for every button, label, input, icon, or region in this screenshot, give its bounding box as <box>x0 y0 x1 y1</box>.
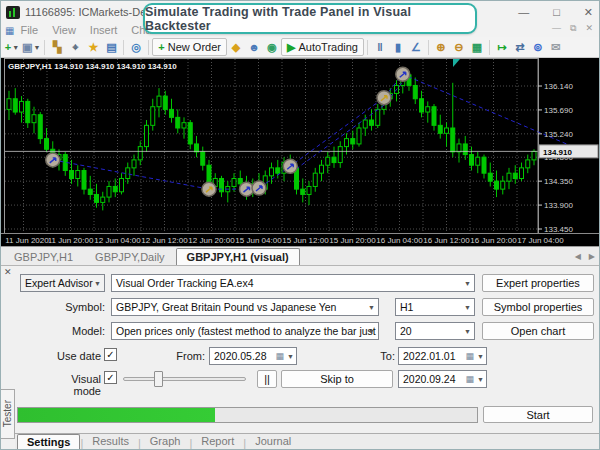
toolbar-separator <box>428 40 429 55</box>
menu-file[interactable]: File <box>20 24 38 36</box>
spread-select[interactable]: 20▼ <box>395 322 475 340</box>
terminal-button[interactable]: ☻ <box>245 38 263 56</box>
chart-tab-gbpjpy-h1-visual-[interactable]: GBPJPY,H1 (visual) <box>176 248 300 265</box>
period-select[interactable]: H1▼ <box>395 298 475 316</box>
tester-tab-journal[interactable]: Journal <box>246 434 300 449</box>
trade-marker[interactable] <box>46 153 60 167</box>
bar-chart-icon: ‖ <box>377 38 382 56</box>
trade-marker[interactable] <box>252 181 266 195</box>
svg-text:GBPJPY,H1 134.910 134.910 134: GBPJPY,H1 134.910 134.910 134.910 134.91… <box>8 62 177 71</box>
expert-type-select[interactable]: Expert Advisor▼ <box>20 274 105 292</box>
close-button[interactable]: ✕ <box>584 6 593 19</box>
new-order-label: New Order <box>168 41 221 53</box>
to-date-field[interactable]: 2022.01.01▦▼ <box>398 347 487 365</box>
price-chart[interactable]: 136.140135.690135.240134.800134.350133.9… <box>1 58 600 246</box>
tick-chart-button[interactable]: ▚ <box>48 38 66 56</box>
symbol-select[interactable]: GBPJPY, Great Britain Pound vs Japanese … <box>111 298 379 316</box>
progress-fill <box>18 408 215 422</box>
start-button[interactable]: Start <box>483 406 593 423</box>
tab-scroll-left-icon[interactable]: ◀ <box>575 252 581 261</box>
zoom-in-button[interactable]: ⊕ <box>432 38 450 56</box>
chevron-down-icon: ▼ <box>477 353 484 360</box>
svg-text:134.910: 134.910 <box>543 148 572 157</box>
tester-tab-graph[interactable]: Graph <box>141 434 190 449</box>
svg-text:17 Jun 04:00: 17 Jun 04:00 <box>517 236 564 245</box>
tester-tab-report[interactable]: Report <box>192 434 243 449</box>
svg-text:11 Jun 2020: 11 Jun 2020 <box>5 236 49 245</box>
skip-to-button[interactable]: Skip to <box>281 370 393 388</box>
chevron-down-icon[interactable]: ▼ <box>12 44 19 51</box>
trade-marker[interactable] <box>202 182 216 196</box>
metaeditor-button[interactable]: ◆ <box>227 38 245 56</box>
zoom-in-icon: ⊕ <box>436 38 445 56</box>
use-date-checkbox[interactable]: ✓ <box>104 348 117 361</box>
mdi-close-button[interactable]: ✕ <box>585 23 593 36</box>
profiles-icon: ▣ <box>22 38 32 56</box>
pause-button[interactable]: || <box>257 370 277 388</box>
zoom-out-button[interactable]: ⊖ <box>450 38 468 56</box>
calendar-icon: ▦ <box>466 351 475 361</box>
svg-text:12 Jun 20:00: 12 Jun 20:00 <box>188 236 235 245</box>
tester-tab-settings[interactable]: Settings <box>17 434 80 449</box>
menu-view[interactable]: View <box>52 24 76 36</box>
chevron-down-icon: ▼ <box>368 328 375 335</box>
symbol-label: Symbol: <box>61 301 105 313</box>
maximize-button[interactable]: □ <box>553 6 560 18</box>
trade-marker[interactable] <box>283 159 297 173</box>
line-chart-button[interactable]: ∠ <box>407 38 425 56</box>
minimize-button[interactable]: — <box>518 6 529 18</box>
tester-tab-results[interactable]: Results <box>83 434 138 449</box>
chart-tab-gbpjpy-daily[interactable]: GBPJPY,Daily <box>84 248 176 265</box>
indicators-button[interactable]: ⊚ <box>529 38 547 56</box>
candlesticks-button[interactable]: ▮ <box>389 38 407 56</box>
chevron-down-icon[interactable]: ▼ <box>33 44 40 51</box>
open-chart-button[interactable]: Open chart <box>482 322 594 340</box>
toolbar-separator <box>44 40 45 55</box>
chart-shift-button[interactable]: ⇄ <box>511 38 529 56</box>
svg-text:11 Jun 20:00: 11 Jun 20:00 <box>48 236 94 245</box>
visual-speed-slider-thumb[interactable] <box>154 371 163 387</box>
crosshair-button[interactable]: ⌖ <box>66 38 84 56</box>
model-select[interactable]: Open prices only (fastest method to anal… <box>111 322 379 340</box>
bar-chart-button[interactable]: ‖ <box>371 38 389 56</box>
new-chart-button[interactable]: +▼ <box>3 38 21 56</box>
chevron-down-icon: ▼ <box>94 280 101 287</box>
strategy-tester-icon: ◎ <box>132 38 142 56</box>
visual-mode-checkbox[interactable]: ✓ <box>104 371 117 384</box>
autotrading-button[interactable]: ▶AutoTrading <box>281 38 364 56</box>
expert-properties-button[interactable]: Expert properties <box>482 274 594 292</box>
tester-side-tab[interactable]: Tester <box>1 389 15 439</box>
svg-text:136.140: 136.140 <box>544 82 573 91</box>
from-date-field[interactable]: 2020.05.28▦▼ <box>209 347 297 365</box>
chart-tab-gbpjpy-h1[interactable]: GBPJPY,H1 <box>3 248 84 265</box>
skip-date-field[interactable]: 2020.09.24▦▼ <box>398 370 487 388</box>
svg-text:12 Jun 12:00: 12 Jun 12:00 <box>141 236 188 245</box>
trade-marker[interactable] <box>396 67 410 81</box>
visual-speed-slider[interactable] <box>123 377 246 381</box>
tab-scroll-right-icon[interactable]: ▶ <box>589 252 595 261</box>
strategy-tester-button[interactable]: ◎ <box>127 38 145 56</box>
chevron-down-icon: ▼ <box>464 328 471 335</box>
symbol-properties-button[interactable]: Symbol properties <box>482 298 594 316</box>
tutorial-callout-text: Simulate Trading with Trade Panel in Vis… <box>145 5 475 33</box>
market-watch-button[interactable]: ▤ <box>102 38 120 56</box>
indicators-icon: ⊚ <box>533 38 542 56</box>
expert-advisor-select[interactable]: Visual Order Tracking EA.ex4▼ <box>111 274 475 292</box>
tester-close-icon[interactable]: ✕ <box>4 268 12 277</box>
tile-windows-button[interactable]: ▦ <box>468 38 486 56</box>
terminal-icon: ☻ <box>248 38 260 56</box>
favorites-button[interactable]: ★ <box>84 38 102 56</box>
comments-button[interactable]: ✉ <box>547 38 565 56</box>
menu-insert[interactable]: Insert <box>90 24 118 36</box>
new-order-button[interactable]: +New Order <box>152 38 227 56</box>
chart-tab-bar: GBPJPY,H1GBPJPY,DailyGBPJPY,H1 (visual) <box>1 246 600 265</box>
toolbar: +▼▣▼▚⌖★▤◎+New Order◆☻◉▶AutoTrading‖▮∠⊕⊖▦… <box>1 37 600 58</box>
line-chart-icon: ∠ <box>411 38 421 56</box>
tester-tab-bar: Settings|Results|Graph|Report|Journal <box>15 433 600 449</box>
profiles-button[interactable]: ▣▼ <box>21 38 41 56</box>
auto-scroll-button[interactable]: ↦ <box>493 38 511 56</box>
mdi-minimize-button[interactable]: — <box>552 23 561 36</box>
market-button[interactable]: ◉ <box>263 38 281 56</box>
trade-marker[interactable] <box>377 91 391 105</box>
mdi-restore-button[interactable]: ⧉ <box>570 23 576 36</box>
